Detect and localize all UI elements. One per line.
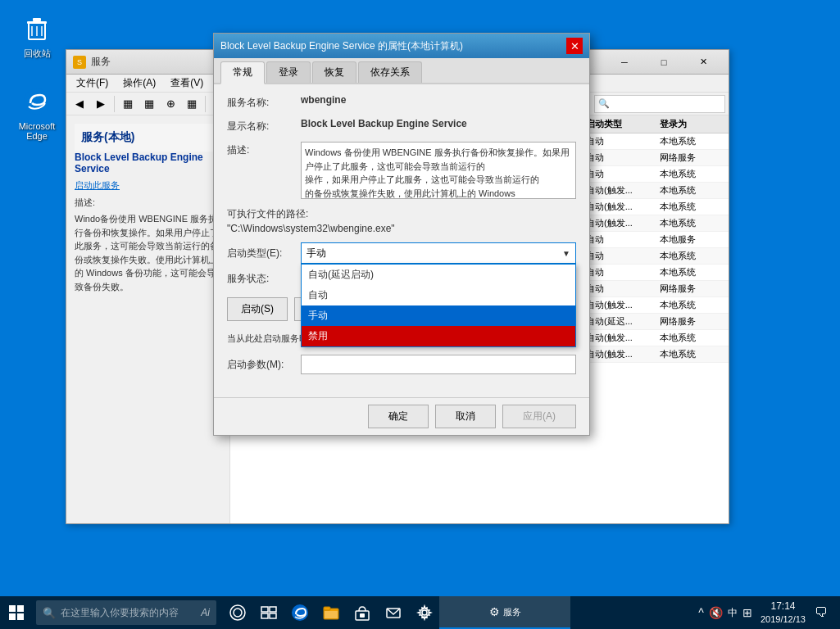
- minimize-button[interactable]: ─: [606, 50, 643, 75]
- svg-rect-10: [17, 613, 24, 620]
- edge-icon-label: MicrosoftEdge: [19, 121, 56, 141]
- tray-expand-icon[interactable]: ^: [698, 606, 704, 619]
- option-disabled[interactable]: 禁用: [302, 326, 575, 346]
- tab-recovery[interactable]: 恢复: [312, 61, 356, 83]
- svg-rect-2: [33, 18, 41, 21]
- service-name-label: 服务名称:: [227, 94, 301, 110]
- edge-desktop-icon[interactable]: MicrosoftEdge: [8, 82, 66, 144]
- clock-time: 17:14: [761, 600, 806, 613]
- forward-button[interactable]: ▶: [91, 95, 111, 113]
- taskbar-cortana-icon[interactable]: [223, 596, 252, 629]
- start-button[interactable]: [0, 596, 33, 629]
- option-auto[interactable]: 自动: [302, 285, 575, 305]
- tab-login[interactable]: 登录: [266, 61, 311, 83]
- time-display[interactable]: 17:14 2019/12/13: [761, 600, 806, 626]
- startup-dropdown-list: 自动(延迟启动) 自动 手动 禁用: [301, 264, 576, 347]
- search-icon: 🔍: [43, 607, 56, 619]
- description-row: 描述: Windows 备份使用 WBENGINE 服务执行备份和恢复操作。如果…: [227, 142, 576, 199]
- desc-container: Windows 备份使用 WBENGINE 服务执行备份和恢复操作。如果用户停止…: [301, 142, 576, 199]
- path-value: "C:\Windows\system32\wbengine.exe": [227, 223, 576, 234]
- tab-dependencies[interactable]: 依存关系: [358, 61, 422, 83]
- taskbar-right: ^ 🔇 中 ⊞ 17:14 2019/12/13 🗨: [692, 596, 840, 629]
- option-auto-delayed[interactable]: 自动(延迟启动): [302, 265, 575, 285]
- ai-label: Ai: [201, 607, 210, 618]
- tray-volume-icon[interactable]: 🔇: [709, 606, 723, 619]
- selected-startup-value: 手动: [306, 247, 326, 260]
- ok-button[interactable]: 确定: [368, 405, 429, 428]
- services-main-title: 服务(本地): [81, 130, 215, 145]
- start-service-button[interactable]: 启动(S): [227, 297, 288, 321]
- system-tray: ^ 🔇 中 ⊞: [698, 606, 752, 620]
- properties-dialog: Block Level Backup Engine Service 的属性(本地…: [213, 33, 590, 436]
- taskbar-explorer-icon[interactable]: [316, 596, 346, 629]
- startup-dropdown[interactable]: 手动 ▼: [301, 242, 576, 264]
- taskbar-search-input[interactable]: [61, 607, 196, 618]
- dialog-title: Block Level Backup Engine Service 的属性(本地…: [220, 39, 566, 53]
- display-name-value: Block Level Backup Engine Service: [301, 118, 576, 129]
- description-text: Windows 备份使用 WBENGINE 服务执行备份和恢复操作。如果用户停止…: [305, 147, 570, 171]
- startup-params-input[interactable]: [301, 355, 576, 374]
- service-status-label: 服务状态:: [227, 272, 301, 286]
- taskbar-mail-icon[interactable]: [379, 596, 408, 629]
- clock-date: 2019/12/13: [761, 613, 806, 626]
- col-header-startup: 启动类型: [581, 118, 655, 130]
- svg-rect-16: [270, 613, 276, 618]
- close-button[interactable]: ✕: [684, 50, 722, 75]
- svg-point-11: [230, 605, 245, 620]
- taskbar: 🔍 Ai: [0, 596, 840, 629]
- taskbar-search-bar[interactable]: 🔍 Ai: [36, 600, 216, 625]
- toolbar-btn-4[interactable]: ▦: [182, 95, 202, 113]
- taskbar-settings-icon[interactable]: [410, 596, 439, 629]
- startup-params-row: 启动参数(M):: [227, 355, 576, 374]
- description-box: Windows 备份使用 WBENGINE 服务执行备份和恢复操作。如果用户停止…: [301, 142, 576, 199]
- window-controls: ─ □ ✕: [606, 50, 722, 75]
- dialog-footer: 确定 取消 应用(A): [214, 397, 589, 435]
- cancel-button[interactable]: 取消: [435, 405, 496, 428]
- service-name-row: 服务名称: wbengine: [227, 94, 576, 110]
- display-name-row: 显示名称: Block Level Backup Engine Service: [227, 118, 576, 133]
- back-button[interactable]: ◀: [70, 95, 89, 113]
- notification-button[interactable]: 🗨: [809, 596, 833, 629]
- display-name-label: 显示名称:: [227, 118, 301, 133]
- taskbar-app-icons: [223, 596, 439, 629]
- apply-button[interactable]: 应用(A): [502, 405, 576, 428]
- svg-point-12: [234, 609, 242, 617]
- svg-rect-8: [17, 605, 24, 612]
- tab-general[interactable]: 常规: [220, 61, 265, 84]
- toolbar-btn-2[interactable]: ▦: [139, 95, 159, 113]
- dialog-tabs: 常规 登录 恢复 依存关系: [214, 58, 589, 84]
- svg-rect-13: [261, 607, 268, 612]
- svg-rect-1: [27, 21, 47, 24]
- startup-type-label: 启动类型(E):: [227, 247, 301, 260]
- menu-action[interactable]: 操作(A): [116, 75, 162, 92]
- tray-language-icon[interactable]: 中: [728, 606, 738, 620]
- svg-rect-20: [325, 611, 338, 618]
- taskbar-store-icon[interactable]: [347, 596, 377, 629]
- svg-rect-7: [9, 605, 16, 612]
- taskbar-active-window[interactable]: ⚙ 服务: [439, 596, 570, 629]
- start-service-link[interactable]: 启动此服务: [75, 180, 120, 190]
- services-local-title: 服务(本地): [75, 124, 221, 152]
- dialog-close-button[interactable]: ✕: [566, 38, 583, 54]
- left-description: Windo备份使用 WBENGINE 服务执行备份和恢复操作。如果用户停止了此服…: [75, 212, 221, 293]
- toolbar-btn-1[interactable]: ▦: [118, 95, 138, 113]
- left-service-name: Block Level Backup Engine Service: [75, 152, 221, 174]
- services-search-input[interactable]: [610, 99, 721, 109]
- svg-rect-19: [324, 607, 330, 610]
- active-window-label: 服务: [503, 606, 521, 618]
- menu-file[interactable]: 文件(F): [70, 75, 115, 92]
- recycle-bin-icon[interactable]: 回收站: [8, 8, 66, 63]
- taskbar-edge-icon[interactable]: [285, 596, 315, 629]
- option-manual[interactable]: 手动: [302, 305, 575, 326]
- path-label: 可执行文件的路径:: [227, 207, 576, 221]
- path-section: 可执行文件的路径: "C:\Windows\system32\wbengine.…: [227, 207, 576, 234]
- taskbar-task-view-icon[interactable]: [254, 596, 284, 629]
- maximize-button[interactable]: □: [645, 50, 683, 75]
- menu-view[interactable]: 查看(V): [164, 75, 210, 92]
- tray-network-icon[interactable]: ⊞: [742, 606, 752, 619]
- toolbar-btn-3[interactable]: ⊕: [161, 95, 180, 113]
- services-left-panel: 服务(本地) Block Level Backup Engine Service…: [66, 115, 230, 523]
- svg-rect-15: [261, 613, 268, 618]
- startup-type-row: 启动类型(E): 手动 ▼ 自动(延迟启动) 自动 手动 禁用: [227, 242, 576, 264]
- svg-rect-22: [360, 613, 365, 618]
